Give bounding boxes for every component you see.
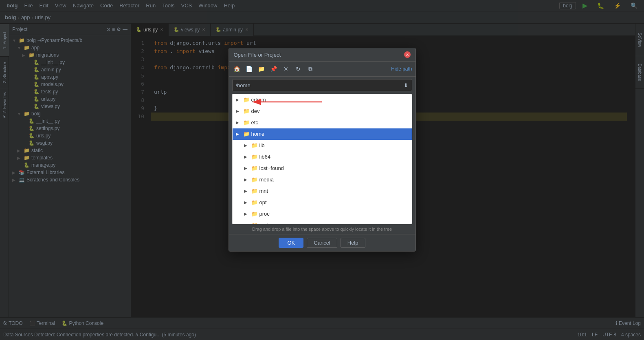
dialog-close-button[interactable]: ✕ bbox=[404, 51, 411, 58]
folder-icon: 📁 bbox=[251, 198, 258, 207]
file-tree-label: cdrom bbox=[251, 95, 266, 104]
folder-icon: 📁 bbox=[251, 221, 258, 224]
expand-icon: ▶ bbox=[244, 164, 250, 173]
expand-icon: ▶ bbox=[236, 118, 242, 127]
dialog-title-text: Open File or Project bbox=[234, 52, 281, 58]
dialog-title-bar: Open File or Project ✕ bbox=[229, 48, 415, 62]
expand-icon: ▶ bbox=[244, 175, 250, 184]
expand-icon: ▶ bbox=[236, 130, 242, 139]
delete-button[interactable]: ✕ bbox=[281, 64, 291, 74]
file-tree-item-lib64[interactable]: ▶ 📁 lib64 bbox=[233, 151, 412, 163]
folder-icon: 📁 bbox=[251, 152, 258, 161]
folder-icon: 📁 bbox=[251, 175, 258, 184]
file-tree-item-home[interactable]: ▶ 📁 home bbox=[233, 128, 412, 140]
open-file-dialog: Open File or Project ✕ 🏠 📄 📁 📌 ✕ ↻ ⧉ Hid… bbox=[229, 48, 416, 252]
file-tree-label: proc bbox=[259, 210, 270, 219]
expand-icon: ▶ bbox=[244, 198, 250, 207]
expand-icon: ▶ bbox=[244, 141, 250, 150]
cancel-button[interactable]: Cancel bbox=[307, 238, 337, 248]
file-tree-item-lib[interactable]: ▶ 📁 lib bbox=[233, 140, 412, 151]
file-tree-label: home bbox=[251, 130, 265, 139]
folder-icon: 📁 bbox=[251, 187, 258, 196]
parent-folder-button[interactable]: 📁 bbox=[257, 64, 266, 74]
folder-icon: 📁 bbox=[243, 118, 250, 127]
expand-icon: ▶ bbox=[244, 210, 250, 219]
file-tree-label: media bbox=[259, 175, 274, 184]
refresh-button[interactable]: ↻ bbox=[293, 64, 303, 74]
help-button[interactable]: Help bbox=[341, 238, 365, 248]
ok-button[interactable]: OK bbox=[279, 238, 303, 248]
expand-icon: ▶ bbox=[244, 221, 250, 224]
copy-button[interactable]: ⧉ bbox=[306, 64, 315, 74]
path-bar: ⬇ bbox=[232, 79, 412, 91]
file-tree-item-opt[interactable]: ▶ 📁 opt bbox=[233, 197, 412, 208]
dialog-hint: Drag and drop a file into the space abov… bbox=[232, 227, 412, 232]
file-tree-label: opt bbox=[259, 198, 267, 207]
file-tree-label: lib64 bbox=[259, 152, 270, 161]
file-tree-item-media[interactable]: ▶ 📁 media bbox=[233, 174, 412, 185]
file-tree-item-etc[interactable]: ▶ 📁 etc bbox=[233, 117, 412, 128]
file-tree-item-root[interactable]: ▶ 📁 root bbox=[233, 220, 412, 224]
folder-icon: 📁 bbox=[251, 164, 258, 173]
folder-icon: 📁 bbox=[251, 210, 258, 219]
file-tree-item-mnt[interactable]: ▶ 📁 mnt bbox=[233, 185, 412, 197]
file-tree-label: mnt bbox=[259, 187, 268, 196]
expand-icon: ▶ bbox=[236, 107, 242, 116]
hide-path-button[interactable]: Hide path bbox=[391, 66, 412, 72]
file-tree-item-lost-found[interactable]: ▶ 📁 lost+found bbox=[233, 163, 412, 174]
expand-icon: ▶ bbox=[244, 152, 250, 161]
folder-icon: 📁 bbox=[251, 141, 258, 150]
file-tree-item-cdrom[interactable]: ▶ 📁 cdrom bbox=[233, 94, 412, 106]
file-tree-label: dev bbox=[251, 107, 260, 116]
file-tree-item-proc[interactable]: ▶ 📁 proc bbox=[233, 208, 412, 220]
expand-icon: ▶ bbox=[244, 187, 250, 196]
new-folder-button[interactable]: 📄 bbox=[244, 64, 254, 74]
file-tree-label: lib bbox=[259, 141, 265, 150]
path-input[interactable] bbox=[233, 81, 400, 90]
bookmark-button[interactable]: 📌 bbox=[269, 64, 279, 74]
file-tree-label: etc bbox=[251, 118, 258, 127]
folder-icon: 📁 bbox=[243, 107, 250, 116]
dialog-footer: OK Cancel Help bbox=[229, 234, 415, 251]
file-tree-label: root bbox=[259, 221, 268, 224]
dialog-toolbar: 🏠 📄 📁 📌 ✕ ↻ ⧉ Hide path bbox=[229, 62, 415, 77]
file-tree[interactable]: ▶ 📁 cdrom ▶ 📁 dev ▶ 📁 etc ▶ 📁 home ▶ 📁 l… bbox=[232, 94, 412, 224]
file-tree-item-dev[interactable]: ▶ 📁 dev bbox=[233, 106, 412, 117]
file-tree-label: lost+found bbox=[259, 164, 284, 173]
folder-icon: 📁 bbox=[243, 95, 250, 104]
path-download-icon[interactable]: ⬇ bbox=[400, 79, 412, 91]
home-button[interactable]: 🏠 bbox=[232, 64, 242, 74]
expand-icon: ▶ bbox=[236, 95, 242, 104]
folder-icon: 📁 bbox=[243, 130, 250, 139]
